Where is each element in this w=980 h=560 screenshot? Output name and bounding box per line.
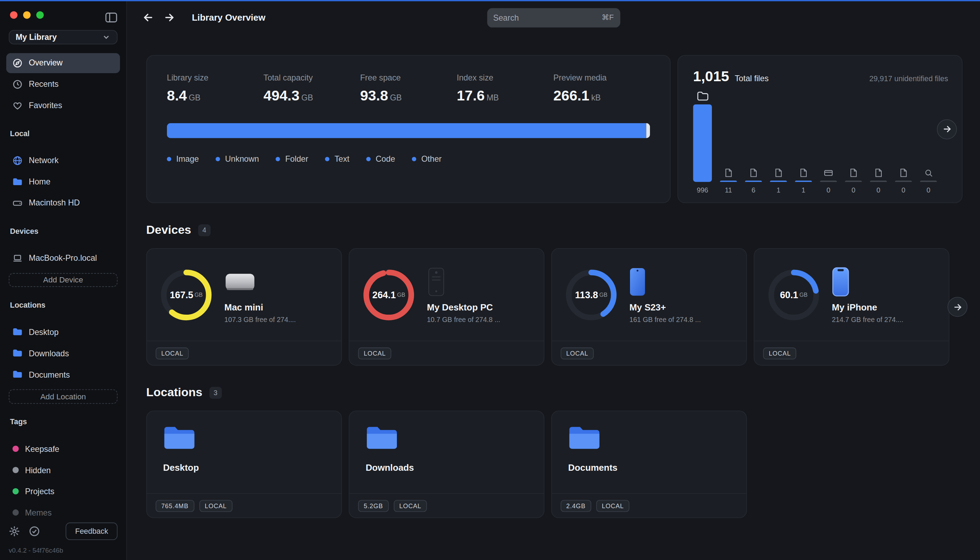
folder-icon [568, 442, 601, 453]
storage-ring: 60.1GB [767, 268, 821, 322]
library-stats-card: Library size 8.4GB Total capacity 494.3G… [146, 55, 671, 203]
sidebar-item-label: Macintosh HD [29, 198, 80, 208]
size-badge: 5.2GB [358, 500, 388, 512]
legend-dot [276, 157, 280, 162]
section-title-devices: Devices [10, 227, 117, 235]
sidebar-tag-hidden[interactable]: Hidden [6, 460, 120, 480]
files-scroll-right-button[interactable] [937, 119, 957, 139]
content: Library size 8.4GB Total capacity 494.3G… [127, 35, 980, 560]
file-bar-column: 996 [693, 92, 712, 194]
device-name: My iPhone [832, 302, 903, 313]
locations-count-badge: 3 [209, 387, 222, 398]
sidebar-item-label: Recents [29, 80, 58, 89]
device-card-s23[interactable]: 113.8GB My S23+ 161 GB free of 274.8 ...… [551, 248, 747, 366]
add-location-button[interactable]: Add Location [9, 390, 118, 403]
close-button[interactable] [10, 11, 18, 18]
stat-index-size: Index size 17.6MB [457, 73, 553, 104]
location-name: Desktop [163, 462, 325, 472]
sidebar-item-label: Desktop [29, 327, 58, 337]
tag-label: Hidden [25, 465, 51, 475]
check-circle-icon[interactable] [29, 526, 40, 537]
sidebar-item-label: Overview [29, 58, 63, 68]
file-bar-column: 11 [720, 168, 737, 193]
location-name: Downloads [366, 462, 528, 472]
stat-total-capacity: Total capacity 494.3GB [263, 73, 360, 104]
settings-gear-icon[interactable] [9, 526, 20, 537]
sidebar-item-documents[interactable]: Documents [6, 365, 120, 385]
tag-color-dot [13, 467, 19, 473]
search-shortcut: ⌘F [602, 13, 614, 22]
local-badge: LOCAL [561, 347, 594, 359]
laptop-icon [13, 253, 23, 263]
usage-segment [646, 123, 650, 138]
local-badge: LOCAL [394, 500, 427, 512]
topbar: Library Overview ⌘F [127, 0, 980, 35]
search-field[interactable]: ⌘F [487, 8, 620, 27]
folder-icon [13, 349, 23, 358]
add-device-button[interactable]: Add Device [9, 273, 118, 287]
sidebar-tag-memes[interactable]: Memes [6, 503, 120, 523]
folder-icon [163, 442, 196, 453]
card-icon [824, 168, 833, 177]
sidebar-toggle-icon[interactable] [103, 10, 118, 25]
sidebar-item-favorites[interactable]: Favorites [6, 95, 120, 115]
location-card-downloads[interactable]: Downloads 5.2GB LOCAL [348, 410, 544, 518]
zoom-button[interactable] [37, 11, 44, 18]
sidebar-item-label: Favorites [29, 101, 62, 110]
location-card-documents[interactable]: Documents 2.4GB LOCAL [551, 410, 747, 518]
devices-scroll-right-button[interactable] [947, 297, 967, 317]
device-detail: 214.7 GB free of 274.... [832, 316, 903, 323]
library-selector[interactable]: My Library [9, 30, 118, 44]
sidebar-item-label: Home [29, 177, 50, 187]
sidebar-item-network[interactable]: Network [6, 150, 120, 170]
devices-count-badge: 4 [198, 224, 211, 236]
sidebar-tag-projects[interactable]: Projects [6, 481, 120, 501]
sidebar-item-home[interactable]: Home [6, 172, 120, 192]
file-list-icon [774, 168, 782, 177]
legend-other: Other [412, 154, 442, 164]
file-bar-column: 0 [895, 168, 912, 193]
sidebar-item-downloads[interactable]: Downloads [6, 343, 120, 363]
local-badge: LOCAL [199, 500, 232, 512]
locations-section-header: Locations 3 [146, 386, 962, 399]
folder-icon [13, 328, 23, 337]
tag-color-dot [13, 509, 19, 515]
sidebar-tag-keepsafe[interactable]: Keepsafe [6, 439, 120, 459]
sidebar-item-macbook[interactable]: MacBook-Pro.local [6, 248, 120, 268]
legend-dot [367, 157, 371, 162]
sidebar-item-overview[interactable]: Overview [6, 53, 120, 73]
forward-button[interactable] [162, 10, 177, 25]
stat-library-size: Library size 8.4GB [167, 73, 263, 104]
globe-icon [13, 155, 23, 165]
devices-list: MacBook-Pro.local [6, 248, 120, 268]
folder-icon [697, 92, 708, 102]
page-title: Library Overview [192, 13, 265, 23]
file-archive-icon [749, 168, 757, 177]
tag-label: Projects [25, 487, 54, 496]
stat-preview-media: Preview media 266.1kB [553, 73, 650, 104]
file-bar-column: 1 [770, 168, 787, 193]
main-area: Library Overview ⌘F Library size 8.4GB T… [127, 0, 980, 560]
back-button[interactable] [140, 10, 156, 25]
device-card-mac-mini[interactable]: 167.5GB Mac mini 107.3 GB free of 274...… [146, 248, 342, 366]
feedback-button[interactable]: Feedback [66, 523, 118, 540]
device-card-desktop-pc[interactable]: 264.1GB My Desktop PC 10.7 GB free of 27… [348, 248, 544, 366]
file-type-legend: Image Unknown Folder Text Code Other [167, 154, 650, 164]
minimize-button[interactable] [23, 11, 30, 18]
local-badge: LOCAL [763, 347, 796, 359]
file-bar-column: 0 [870, 168, 887, 193]
device-card-iphone[interactable]: 60.1GB My iPhone 214.7 GB free of 274...… [754, 248, 950, 366]
sidebar-item-recents[interactable]: Recents [6, 74, 120, 94]
legend-folder: Folder [276, 154, 308, 164]
sidebar-item-macintosh-hd[interactable]: Macintosh HD [6, 193, 120, 213]
total-files-label: Total files [735, 74, 768, 83]
file-bar-column: 1 [795, 168, 812, 193]
legend-unknown: Unknown [216, 154, 259, 164]
total-files-count: 1,015 [693, 68, 729, 85]
local-list: Network Home Macintosh HD [6, 150, 120, 213]
device-detail: 161 GB free of 274.8 ... [629, 316, 701, 323]
sidebar-item-desktop[interactable]: Desktop [6, 322, 120, 342]
search-input[interactable] [493, 13, 602, 22]
location-card-desktop[interactable]: Desktop 765.4MB LOCAL [146, 410, 342, 518]
legend-text: Text [325, 154, 349, 164]
